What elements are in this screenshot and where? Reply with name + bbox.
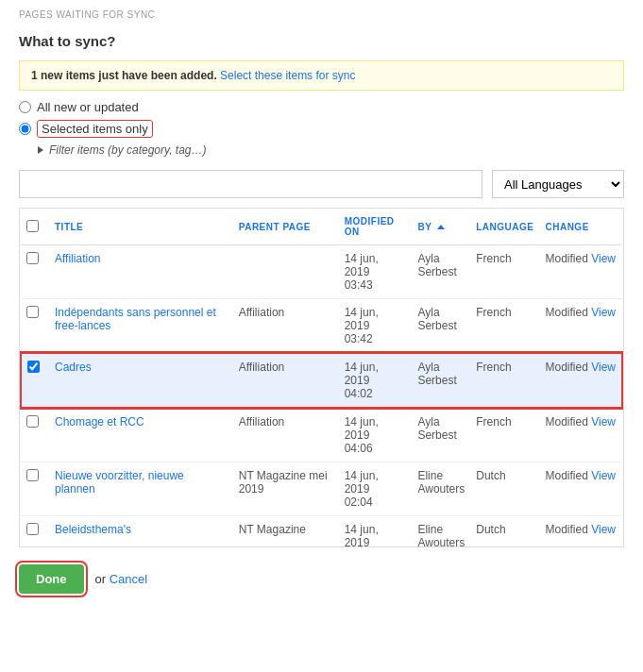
row-change-text: Modified (545, 361, 591, 374)
row-change-text: Modified (545, 415, 591, 428)
row-by: Eline Awouters (412, 462, 470, 516)
col-modified-on[interactable]: MODIFIED ON (339, 209, 413, 245)
row-view-link[interactable]: View (591, 415, 616, 428)
row-change: Modified View (539, 516, 622, 548)
sync-table: TITLE PARENT PAGE MODIFIED ON BY LANGUAG… (20, 209, 623, 547)
radio-group: All new or updated Selected items only (19, 100, 624, 138)
row-parent-page: Affiliation (233, 408, 339, 462)
row-language: French (470, 408, 539, 462)
radio-selected-only[interactable]: Selected items only (19, 120, 624, 138)
row-change-text: Modified (545, 306, 591, 319)
row-modified-on: 14 jun, 2019 02:04 (339, 462, 413, 516)
sort-arrow-icon (437, 225, 445, 229)
col-language[interactable]: LANGUAGE (470, 209, 539, 245)
table-row: Beleidsthema'sNT Magazine14 jun, 2019 02… (21, 516, 622, 548)
row-parent-page: Affiliation (233, 353, 339, 408)
row-modified-on: 14 jun, 2019 04:02 (339, 353, 413, 408)
row-parent-page (233, 245, 339, 299)
search-input[interactable] (19, 170, 482, 198)
row-language: French (470, 245, 539, 299)
row-change: Modified View (539, 408, 622, 462)
radio-selected-only-input[interactable] (19, 123, 31, 135)
done-button-label: Done (36, 572, 67, 586)
row-checkbox-cell (21, 462, 49, 516)
table-container: TITLE PARENT PAGE MODIFIED ON BY LANGUAG… (19, 208, 624, 547)
cancel-link[interactable]: Cancel (110, 572, 147, 586)
row-change-text: Modified (545, 252, 591, 265)
table-body: Affiliation14 jun, 2019 03:43Ayla Serbes… (21, 245, 622, 548)
table-row: Indépendants sans personnel et free-lanc… (21, 299, 622, 354)
table-header-row: TITLE PARENT PAGE MODIFIED ON BY LANGUAG… (21, 209, 622, 245)
row-modified-on: 14 jun, 2019 03:43 (339, 245, 413, 299)
col-parent-page[interactable]: PARENT PAGE (233, 209, 339, 245)
row-modified-on: 14 jun, 2019 02:00 (339, 516, 413, 548)
row-checkbox-cell (21, 353, 49, 408)
info-banner: 1 new items just have been added. Select… (19, 60, 624, 91)
row-parent-page: NT Magazine mei 2019 (233, 462, 339, 516)
row-change: Modified View (539, 353, 622, 408)
col-title[interactable]: TITLE (49, 209, 233, 245)
row-change: Modified View (539, 462, 622, 516)
row-checkbox-cell (21, 516, 49, 548)
row-by: Eline Awouters (412, 516, 470, 548)
radio-selected-only-label: Selected items only (37, 120, 153, 138)
table-row: Affiliation14 jun, 2019 03:43Ayla Serbes… (21, 245, 622, 299)
table-row: Chomage et RCCAffiliation14 jun, 2019 04… (21, 408, 622, 462)
row-language: French (470, 353, 539, 408)
select-all-checkbox[interactable] (26, 220, 39, 232)
row-view-link[interactable]: View (591, 469, 616, 482)
row-language: Dutch (470, 462, 539, 516)
filter-toggle[interactable]: Filter items (by category, tag…) (38, 143, 624, 157)
radio-all-new-label: All new or updated (37, 100, 139, 114)
banner-bold: 1 new items just have been added. (31, 69, 217, 82)
footer: Done or Cancel (19, 564, 624, 594)
or-text: or (95, 572, 110, 586)
row-by: Ayla Serbest (412, 299, 470, 354)
language-select[interactable]: All Languages French Dutch English (492, 170, 624, 198)
row-checkbox[interactable] (27, 361, 40, 373)
radio-all-new-input[interactable] (19, 101, 31, 113)
page-header: PAGES WAITING FOR SYNC (19, 9, 624, 20)
row-parent-page: NT Magazine (233, 516, 339, 548)
row-title[interactable]: Chomage et RCC (49, 408, 233, 462)
row-checkbox[interactable] (26, 469, 39, 481)
search-bar-row: All Languages French Dutch English (19, 170, 624, 198)
row-language: French (470, 299, 539, 354)
row-view-link[interactable]: View (591, 523, 616, 536)
row-by: Ayla Serbest (412, 245, 470, 299)
row-title[interactable]: Indépendants sans personnel et free-lanc… (49, 299, 233, 354)
row-title[interactable]: Nieuwe voorzitter, nieuwe plannen (49, 462, 233, 516)
row-checkbox[interactable] (26, 523, 39, 535)
row-parent-page: Affiliation (233, 299, 339, 354)
row-by: Ayla Serbest (412, 353, 470, 408)
col-change[interactable]: CHANGE (539, 209, 622, 245)
row-change: Modified View (539, 299, 622, 354)
section-title-text: What to sync? (19, 33, 116, 49)
row-checkbox-cell (21, 245, 49, 299)
row-view-link[interactable]: View (591, 252, 616, 265)
banner-link[interactable]: Select these items for sync (220, 69, 355, 82)
row-by: Ayla Serbest (412, 408, 470, 462)
filter-toggle-label: Filter items (by category, tag…) (49, 143, 207, 157)
row-view-link[interactable]: View (591, 306, 616, 319)
radio-all-new[interactable]: All new or updated (19, 100, 624, 114)
filter-arrow-icon (38, 146, 43, 154)
row-checkbox[interactable] (26, 306, 39, 318)
row-change: Modified View (539, 245, 622, 299)
row-modified-on: 14 jun, 2019 03:42 (339, 299, 413, 354)
row-checkbox[interactable] (26, 415, 39, 428)
row-language: Dutch (470, 516, 539, 548)
page-header-text: PAGES WAITING FOR SYNC (19, 9, 155, 20)
row-title[interactable]: Affiliation (49, 245, 233, 299)
row-checkbox[interactable] (26, 252, 39, 264)
row-checkbox-cell (21, 299, 49, 354)
row-change-text: Modified (545, 469, 591, 482)
row-title[interactable]: Cadres (49, 353, 233, 408)
row-view-link[interactable]: View (591, 361, 616, 374)
section-title: What to sync? (19, 33, 624, 49)
col-by[interactable]: BY (412, 209, 470, 245)
done-button[interactable]: Done (19, 564, 84, 594)
or-cancel-text: or Cancel (95, 572, 148, 586)
table-row: Nieuwe voorzitter, nieuwe plannenNT Maga… (21, 462, 622, 516)
row-title[interactable]: Beleidsthema's (49, 516, 233, 548)
